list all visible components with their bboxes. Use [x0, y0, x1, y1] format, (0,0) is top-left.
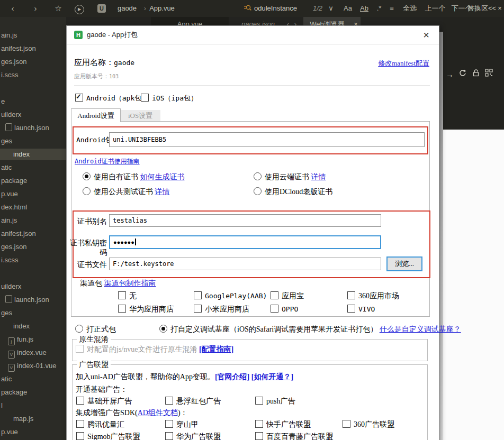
file-item[interactable]: ges.json: [0, 56, 66, 68]
search-icon[interactable]: [242, 0, 253, 17]
forward-icon[interactable]: ›: [29, 0, 42, 17]
breadcrumb-project[interactable]: gaode: [111, 0, 143, 17]
file-item[interactable]: l: [0, 400, 66, 411]
file-item[interactable]: p.vue: [0, 426, 66, 438]
ad-checkbox[interactable]: [165, 420, 173, 428]
ad-checkbox[interactable]: [255, 420, 263, 428]
search-input[interactable]: oduleInstance: [254, 0, 307, 17]
obfuscation-guide-link[interactable]: [配置指南]: [199, 345, 233, 353]
chevron-down-icon[interactable]: ∨: [326, 0, 336, 17]
breadcrumb-file[interactable]: App.vue: [146, 0, 178, 17]
cert-own-radio[interactable]: [83, 172, 91, 180]
refresh-icon[interactable]: [458, 69, 466, 78]
arrow-forward-icon[interactable]: →: [446, 70, 454, 79]
android-cert-guide-link[interactable]: Android证书使用指南: [75, 157, 140, 166]
folder-item-selected[interactable]: index: [0, 149, 66, 160]
channel-guide-link[interactable]: 渠道包制作指南: [104, 279, 156, 287]
ad-sdk-option[interactable]: 快手广告联盟: [255, 420, 311, 429]
ad-basic-option[interactable]: 基础开屏广告: [76, 397, 132, 406]
file-item[interactable]: map.js: [0, 413, 66, 425]
channel-checkbox[interactable]: [347, 305, 355, 313]
folder-item[interactable]: package: [0, 175, 66, 187]
channel-checkbox[interactable]: [194, 291, 202, 299]
channel-checkbox[interactable]: [118, 291, 126, 299]
tab-ios-settings[interactable]: iOS设置: [120, 110, 160, 122]
file-item[interactable]: dex.html: [0, 201, 66, 213]
browse-button[interactable]: 浏览...: [386, 256, 422, 271]
build-release-option[interactable]: 打正式包: [75, 325, 116, 334]
ad-component-doc-link[interactable]: AD组件文档: [138, 409, 178, 417]
lock-icon[interactable]: [472, 69, 480, 78]
file-item[interactable]: launch.json: [0, 122, 66, 134]
ad-checkbox[interactable]: [76, 432, 84, 440]
build-release-radio[interactable]: [75, 325, 83, 333]
cert-public-option[interactable]: 使用公共测试证书 详情: [83, 187, 170, 197]
ad-basic-option[interactable]: 悬浮红包广告: [165, 397, 221, 406]
ad-checkbox[interactable]: [165, 397, 173, 405]
folder-item[interactable]: atic: [0, 162, 66, 173]
ad-checkbox[interactable]: [165, 432, 173, 440]
cert-alias-input[interactable]: testalias: [109, 214, 381, 227]
modify-manifest-link[interactable]: 修改manifest配置: [378, 59, 429, 68]
regex-icon[interactable]: .*: [374, 0, 384, 17]
custom-debug-base-link[interactable]: 什么是自定义调试基座？: [380, 325, 461, 333]
file-item[interactable]: ain.js: [0, 30, 66, 41]
cert-cloud-option[interactable]: 使用云端证书 详情: [254, 172, 326, 182]
file-item[interactable]: jfun.js: [0, 334, 66, 345]
file-item[interactable]: p.vue: [0, 188, 66, 200]
replace-area-button[interactable]: 替换区<<: [465, 0, 499, 17]
file-item[interactable]: anifest.json: [0, 228, 66, 240]
whole-word-icon[interactable]: Ab: [358, 0, 371, 17]
channel-checkbox[interactable]: [194, 305, 202, 313]
channel-checkbox[interactable]: [118, 305, 126, 313]
ad-sdk-option[interactable]: 穿山甲: [165, 420, 199, 429]
channel-option[interactable]: 小米应用商店: [194, 305, 249, 314]
tab-android-settings[interactable]: Android设置: [71, 108, 121, 122]
folder-item[interactable]: package: [0, 387, 66, 398]
file-item[interactable]: Vindex-01.vue: [0, 360, 66, 372]
folder-item[interactable]: uilderx: [0, 109, 66, 121]
file-item[interactable]: anifest.json: [0, 43, 66, 54]
channel-checkbox[interactable]: [271, 291, 278, 299]
ad-checkbox[interactable]: [255, 432, 263, 440]
ad-sdk-option[interactable]: 腾讯优量汇: [76, 420, 124, 429]
channel-option[interactable]: GooglePlay(AAB): [194, 291, 267, 300]
project-icon[interactable]: U: [95, 0, 108, 17]
back-icon[interactable]: ‹: [6, 0, 19, 17]
cert-public-radio[interactable]: [83, 187, 91, 195]
select-all-button[interactable]: 全选: [400, 0, 419, 17]
ad-checkbox[interactable]: [343, 420, 350, 428]
ios-checkbox[interactable]: [141, 94, 149, 102]
package-name-input[interactable]: uni.UNI3BFEBB5: [109, 132, 425, 147]
cert-cloud-link[interactable]: 详情: [311, 173, 326, 181]
cert-dcloud-radio[interactable]: [254, 187, 262, 195]
platform-ios-option[interactable]: iOS（ipa包）: [141, 94, 197, 103]
file-item[interactable]: Vindex.vue: [0, 347, 66, 359]
cert-public-link[interactable]: 详情: [155, 188, 170, 196]
match-case-icon[interactable]: Aa: [341, 0, 354, 17]
ad-official-link[interactable]: [官网介绍]: [215, 373, 249, 381]
list-lines-icon[interactable]: ≡: [386, 0, 397, 17]
ad-checkbox[interactable]: [76, 420, 84, 428]
star-icon[interactable]: ☆: [52, 0, 65, 17]
file-item[interactable]: ain.js: [0, 215, 66, 226]
search-close-icon[interactable]: ×: [496, 0, 504, 17]
cert-own-link[interactable]: 如何生成证书: [140, 173, 185, 181]
channel-option[interactable]: OPPO: [271, 305, 298, 313]
cert-cloud-radio[interactable]: [254, 172, 262, 180]
channel-option[interactable]: 无: [118, 291, 137, 301]
platform-android-option[interactable]: Android（apk包）: [75, 94, 148, 103]
obfuscation-checkbox[interactable]: [76, 345, 84, 353]
folder-item[interactable]: index: [0, 320, 66, 332]
file-item[interactable]: i.scss: [0, 69, 66, 81]
channel-option[interactable]: VIVO: [347, 305, 375, 313]
cert-password-input[interactable]: ●●●●●●: [109, 235, 381, 249]
file-item[interactable]: ges.json: [0, 241, 66, 253]
channel-option[interactable]: 应用宝: [271, 291, 304, 301]
build-debug-option[interactable]: 打自定义调试基座（iOS的Safari调试需要用苹果开发证书打包） 什么是自定义…: [159, 325, 461, 334]
find-previous-button[interactable]: 上一个: [422, 0, 448, 17]
channel-option[interactable]: 360应用市场: [347, 291, 399, 301]
ad-checkbox[interactable]: [255, 397, 263, 405]
qr-code-icon[interactable]: [485, 69, 493, 78]
build-debug-radio[interactable]: [159, 325, 167, 333]
